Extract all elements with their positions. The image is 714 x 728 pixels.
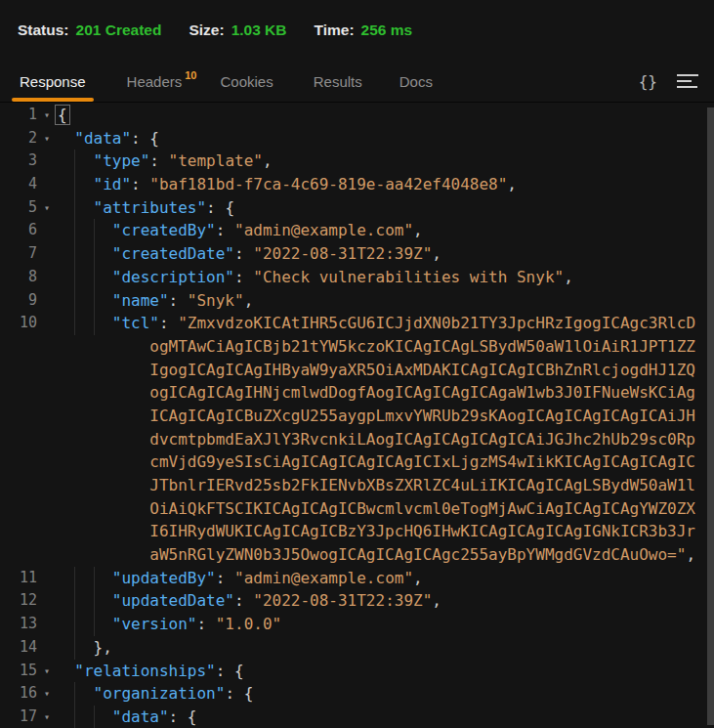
fold-arrow-icon[interactable]: ▾	[39, 706, 55, 728]
line-number: 1	[0, 104, 37, 127]
response-tab-bar: Response Headers10 Cookies Results Docs …	[0, 61, 714, 103]
tab-cookies[interactable]: Cookies	[213, 61, 281, 102]
code-line-wrap: ogICAgICAgIHNjcmlwdDogfAogICAgICAgICAgaW…	[0, 381, 714, 405]
json-string: ogICAgICAgIHNjcmlwdDogfAogICAgICAgICAgaW…	[149, 383, 695, 402]
fold-arrow-icon[interactable]: ▾	[39, 682, 55, 706]
code-text: "description": "Check vulnerabilities wi…	[112, 266, 573, 289]
code-line-wrap: I6IHRydWUKICAgICAgICBzY3JpcHQ6IHwKICAgIC…	[0, 520, 714, 543]
code-line-17: 17▾"data": {	[0, 706, 714, 728]
line-number: 7	[0, 242, 37, 266]
code-text: "relationships": {	[74, 660, 243, 683]
json-punctuation: :	[149, 151, 168, 170]
json-punctuation: :	[169, 291, 188, 310]
fold-arrow-icon[interactable]: ▾	[39, 196, 55, 220]
fold-arrow-icon[interactable]: ▾	[39, 660, 55, 683]
code-line-wrap: dvcmtpbmdEaXJlY3RvcnkiLAogICAgICAgICAgIC…	[0, 428, 714, 451]
format-json-icon[interactable]: {}	[639, 72, 657, 91]
indent-guide	[74, 589, 75, 613]
indent-guide	[94, 567, 95, 590]
json-punctuation: :	[216, 221, 234, 239]
indent-guide	[74, 196, 75, 220]
json-key: "version"	[112, 615, 197, 633]
indent-guide	[74, 682, 75, 706]
status-value: 201 Created	[76, 21, 162, 39]
code-line-15: 15▾"relationships": {	[0, 660, 714, 683]
tab-results[interactable]: Results	[306, 61, 370, 102]
line-number: 8	[0, 266, 37, 289]
json-punctuation: ,	[564, 268, 573, 286]
response-status-bar: Status: 201 Created Size: 1.03 KB Time: …	[0, 0, 714, 61]
code-text: "data": {	[112, 706, 197, 728]
tab-headers-label: Headers	[127, 73, 183, 90]
json-string: IgogICAgICAgIHByaW9yaXR5OiAxMDAKICAgICAg…	[149, 361, 695, 379]
code-text: "id": "baf181bd-f7ca-4c69-819e-aa42ef404…	[94, 173, 517, 196]
code-line-wrap: JTbnlrIERvd25sb2FkIENvbXBsZXRlZC4uLiIKIC…	[0, 474, 714, 497]
fold-arrow-icon[interactable]: ▾	[39, 104, 55, 127]
time-group: Time: 256 ms	[315, 21, 413, 39]
indent-guide	[74, 636, 75, 660]
json-punctuation: ,	[413, 569, 423, 587]
indent-guide	[94, 266, 95, 289]
code-text: "version": "1.0.0"	[112, 613, 281, 636]
code-line-wrap: cmVjdG9yeSIsCiAgICAgICAgICAgICIxLjgzMS4w…	[0, 450, 714, 474]
indent-guide	[94, 312, 95, 335]
json-string: "admin@example.com"	[234, 569, 413, 587]
json-key: "description"	[112, 268, 234, 286]
json-key: "data"	[112, 707, 169, 726]
code-text: "data": {	[74, 127, 159, 150]
indent-guide	[94, 706, 95, 728]
json-key: "attributes"	[94, 198, 207, 217]
json-string: "baf181bd-f7ca-4c69-819e-aa42ef4048e8"	[149, 175, 507, 193]
indent-guide	[74, 289, 75, 313]
tab-docs[interactable]: Docs	[392, 61, 441, 102]
line-number: 12	[0, 589, 37, 613]
time-label: Time:	[315, 21, 355, 39]
json-string: "template"	[169, 151, 263, 170]
code-text: "createdBy": "admin@example.com",	[112, 219, 423, 242]
json-punctuation: :	[216, 569, 234, 587]
tab-headers[interactable]: Headers10	[119, 61, 205, 102]
tab-response[interactable]: Response	[12, 61, 94, 102]
code-text: OiAiQkFTSCIKICAgICAgICBwcmlvcml0eTogMjAw…	[149, 497, 695, 521]
vertical-scrollbar[interactable]	[707, 107, 714, 725]
code-text: "updatedDate": "2022-08-31T22:39Z",	[112, 589, 441, 613]
code-line-wrap: ogMTAwCiAgICBjb21tYW5kczoKICAgICAgLSBydW…	[0, 335, 714, 359]
menu-icon[interactable]	[677, 74, 698, 88]
line-number: 3	[0, 150, 37, 173]
code-text: "attributes": {	[94, 196, 235, 220]
line-number: 5	[0, 196, 37, 220]
json-key: "relationships"	[74, 662, 216, 680]
json-punctuation: ,	[507, 175, 517, 193]
json-punctuation: : {	[169, 707, 197, 726]
line-number: 10	[0, 312, 37, 335]
code-line-4: 4"id": "baf181bd-f7ca-4c69-819e-aa42ef40…	[0, 173, 714, 196]
code-line-16: 16▾"organization": {	[0, 682, 714, 706]
json-string: "Check vulnerabilities with Snyk"	[253, 268, 564, 286]
json-punctuation: : {	[206, 198, 234, 217]
json-key: "tcl"	[112, 314, 159, 332]
json-punctuation: :	[159, 314, 178, 332]
code-text: IgogICAgICAgIHByaW9yaXR5OiAxMDAKICAgICAg…	[149, 359, 695, 382]
code-text: JTbnlrIERvd25sb2FkIENvbXBsZXRlZC4uLiIKIC…	[149, 474, 695, 497]
code-text: "createdDate": "2022-08-31T22:39Z",	[112, 242, 441, 266]
json-string: JTbnlrIERvd25sb2FkIENvbXBsZXRlZC4uLiIKIC…	[149, 476, 695, 494]
line-number: 15	[0, 660, 37, 683]
code-line-14: 14},	[0, 636, 714, 660]
json-key: "createdDate"	[112, 244, 234, 263]
indent-guide	[94, 589, 95, 613]
code-line-1: 1▾{	[0, 104, 714, 127]
time-value: 256 ms	[361, 21, 413, 39]
indent-guide	[94, 289, 95, 313]
code-editor[interactable]: 1▾{2▾"data": {3"type": "template",4"id":…	[0, 104, 714, 728]
fold-arrow-icon[interactable]: ▾	[39, 127, 55, 150]
json-string: "admin@example.com"	[234, 221, 413, 239]
code-text: ogMTAwCiAgICBjb21tYW5kczoKICAgICAgLSBydW…	[149, 335, 695, 359]
indent-guide	[74, 173, 75, 196]
json-punctuation: :	[196, 615, 215, 633]
json-string: "ZmxvdzoKICAtIHR5cGU6ICJjdXN0b21TY3JpcHR…	[178, 314, 695, 332]
json-punctuation: ,	[263, 151, 273, 170]
indent-guide	[74, 613, 75, 636]
indent-guide	[74, 266, 75, 289]
indent-guide	[74, 312, 75, 335]
code-text: ogICAgICAgIHNjcmlwdDogfAogICAgICAgICAgaW…	[149, 381, 695, 405]
